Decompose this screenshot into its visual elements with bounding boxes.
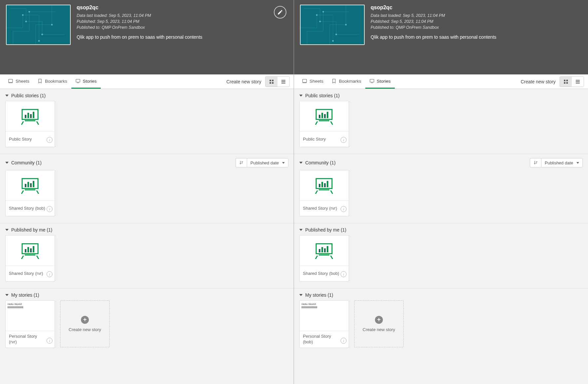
edit-app-button[interactable] <box>274 6 286 19</box>
section-my-stories-header[interactable]: My stories (1) <box>299 292 583 298</box>
tab-sheets[interactable]: Sheets <box>4 74 33 89</box>
info-icon[interactable]: i <box>47 271 53 277</box>
svg-point-47 <box>345 24 347 25</box>
sort-direction-button[interactable] <box>236 158 247 167</box>
create-story-card[interactable]: + Create new story <box>60 300 110 347</box>
svg-rect-21 <box>30 114 32 118</box>
bookmark-icon <box>37 78 43 84</box>
svg-rect-11 <box>270 80 271 81</box>
svg-rect-12 <box>272 80 274 81</box>
section-community-header[interactable]: Community (1) Published date <box>5 158 288 167</box>
story-card[interactable]: Shared Story (rvr) i <box>5 235 55 281</box>
sort-field-label: Published date <box>545 160 573 165</box>
sort-direction-button[interactable] <box>530 158 541 167</box>
svg-line-65 <box>315 121 317 125</box>
create-story-card-label: Create new story <box>363 327 395 332</box>
info-icon[interactable]: i <box>47 338 53 344</box>
create-story-link[interactable]: Create new story <box>226 79 261 84</box>
create-story-link[interactable]: Create new story <box>521 79 556 84</box>
info-icon[interactable]: i <box>341 338 347 344</box>
app-published-to-line: Published to: QMP OnPrem Sandbox <box>371 24 496 30</box>
caret-down-icon <box>5 95 9 97</box>
svg-point-6 <box>28 11 30 13</box>
list-view-button[interactable] <box>277 77 289 87</box>
sort-icon <box>239 160 243 165</box>
info-icon[interactable]: i <box>341 206 347 212</box>
svg-rect-17 <box>281 83 285 83</box>
tab-bar: Sheets Bookmarks Stories Create new stor… <box>294 74 588 89</box>
section-my-stories-header[interactable]: My stories (1) <box>5 292 288 298</box>
story-card[interactable]: Hello World! Personal Story (rvr) i <box>5 300 55 348</box>
svg-line-39 <box>21 256 23 259</box>
grid-view-button[interactable] <box>560 77 572 87</box>
story-card[interactable]: Shared Story (bob) i <box>299 235 349 281</box>
tab-sheets[interactable]: Sheets <box>298 74 327 89</box>
tab-sheets-label: Sheets <box>16 79 29 84</box>
easel-chart-icon <box>314 177 334 194</box>
app-thumbnail <box>300 5 365 45</box>
section-community: Community (1) Published date <box>0 154 294 223</box>
svg-rect-38 <box>33 246 34 252</box>
chevron-down-icon <box>576 162 579 164</box>
easel-chart-icon <box>20 177 40 194</box>
svg-rect-54 <box>566 80 568 81</box>
section-public-title: Public stories (1) <box>11 93 46 98</box>
info-icon[interactable]: i <box>47 206 53 212</box>
easel-chart-icon <box>314 242 334 259</box>
svg-rect-37 <box>30 248 32 252</box>
svg-rect-77 <box>319 249 320 252</box>
svg-rect-56 <box>566 82 568 84</box>
app-title: qsop2qc <box>371 5 496 11</box>
left-pane: qsop2qc Data last loaded: Sep 5, 2023, 1… <box>0 0 294 384</box>
section-published-by-me-header[interactable]: Published by me (1) <box>299 227 583 233</box>
caret-down-icon <box>299 294 303 296</box>
section-community-header[interactable]: Community (1) Published date <box>299 158 583 167</box>
svg-rect-29 <box>30 183 32 187</box>
list-view-button[interactable] <box>572 77 584 87</box>
tab-bookmarks[interactable]: Bookmarks <box>33 74 71 89</box>
svg-rect-57 <box>576 80 580 80</box>
story-thumb <box>6 170 55 201</box>
svg-line-40 <box>37 256 39 259</box>
svg-rect-55 <box>564 82 566 84</box>
tab-bookmarks[interactable]: Bookmarks <box>327 74 365 89</box>
grid-view-button[interactable] <box>266 77 277 87</box>
app-description: Qlik app to push from on prem to saas wi… <box>77 34 202 40</box>
section-published-by-me-header[interactable]: Published by me (1) <box>5 227 288 233</box>
story-thumb <box>6 101 55 132</box>
svg-line-73 <box>315 191 317 194</box>
svg-rect-61 <box>319 115 320 118</box>
stories-icon <box>75 78 81 84</box>
info-icon[interactable]: i <box>341 271 347 277</box>
tab-bar: Sheets Bookmarks Stories Create new stor… <box>0 74 294 89</box>
svg-line-74 <box>331 191 333 194</box>
section-published-by-me: Published by me (1) Shared Story (rvr) i <box>0 223 294 288</box>
section-community-title: Community (1) <box>305 160 336 165</box>
personal-thumb-text: Hello World! <box>302 303 317 309</box>
section-public-header[interactable]: Public stories (1) <box>5 93 288 98</box>
story-card[interactable]: Shared Story (bob) i <box>5 170 55 216</box>
story-card[interactable]: Hello World! Personal Story (bob) i <box>299 300 349 348</box>
create-story-card[interactable]: + Create new story <box>354 300 404 347</box>
app-header: qsop2qc Data last loaded: Sep 5, 2023, 1… <box>0 0 294 74</box>
sort-controls: Published date <box>236 158 288 167</box>
story-thumb <box>300 101 349 132</box>
svg-point-48 <box>322 11 324 13</box>
info-icon[interactable]: i <box>341 137 347 143</box>
sort-field-dropdown[interactable]: Published date <box>541 158 583 167</box>
story-thumb <box>6 235 55 266</box>
story-card[interactable]: Public Story i <box>299 101 349 147</box>
sort-field-dropdown[interactable]: Published date <box>247 158 288 167</box>
section-public-header[interactable]: Public stories (1) <box>299 93 583 98</box>
svg-rect-59 <box>576 83 580 83</box>
info-icon[interactable]: i <box>47 137 53 143</box>
svg-point-43 <box>319 21 321 22</box>
svg-rect-19 <box>25 115 26 118</box>
tab-stories[interactable]: Stories <box>365 74 395 89</box>
svg-line-81 <box>315 256 317 259</box>
tab-stories[interactable]: Stories <box>71 74 101 89</box>
thumbnail-graphic-icon <box>301 5 364 45</box>
svg-rect-78 <box>321 247 323 252</box>
story-card[interactable]: Public Story i <box>5 101 55 147</box>
story-card[interactable]: Shared Story (rvr) i <box>299 170 349 216</box>
